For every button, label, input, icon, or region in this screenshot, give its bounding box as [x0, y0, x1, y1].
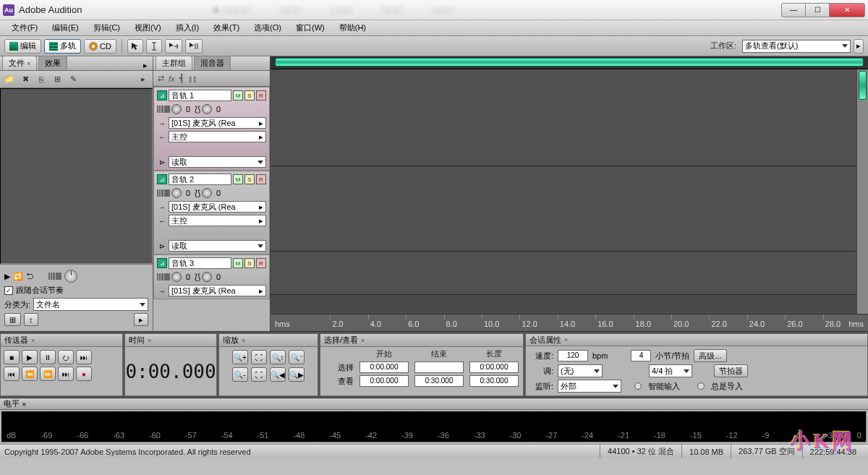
zoom-selection-button[interactable]: ⛶ [251, 367, 267, 382]
menu-insert[interactable]: 插入(I) [169, 20, 206, 35]
preview-volume-dial[interactable] [64, 270, 77, 283]
view-start-input[interactable]: 0:00.000 [359, 375, 409, 387]
zoom-in-v-button[interactable]: 🔍↕ [270, 350, 286, 364]
advanced-button[interactable]: ▸ [134, 313, 148, 326]
record-arm-button[interactable]: R [256, 90, 266, 100]
automation-mode-select[interactable]: 读取 [169, 240, 266, 252]
show-markers-button[interactable]: ⊞ [4, 313, 21, 326]
forward-button[interactable]: ⏩ [40, 367, 56, 381]
mode-cd-button[interactable]: CD [84, 39, 116, 54]
track-name-input[interactable]: 音轨 1 [169, 90, 231, 101]
zoom-out-v-button[interactable]: 🔍⁻ [289, 350, 305, 364]
tool-move[interactable] [127, 39, 143, 54]
tab-main-group[interactable]: 主群组 [156, 56, 192, 70]
timeline[interactable]: hms hms 2.04.06.08.010.012.014.016.018.0… [271, 56, 868, 331]
key-select[interactable]: (无) [558, 364, 603, 377]
track-lane-2[interactable] [271, 166, 868, 252]
tab-effects[interactable]: 效果 [38, 56, 67, 70]
mode-multitrack-button[interactable]: 多轨 [44, 39, 81, 54]
solo-button[interactable]: S [244, 174, 255, 184]
pan-knob[interactable] [202, 272, 212, 282]
workspace-menu-button[interactable]: ▸ [854, 39, 864, 54]
input-select[interactable]: [01S] 麦克风 (Rea▸ [169, 285, 266, 296]
inputs-icon[interactable]: ⇄ [158, 74, 164, 83]
track-lane-1[interactable] [271, 69, 868, 166]
sort-select[interactable]: 文件名 [33, 298, 148, 311]
workspace-select[interactable]: 多轨查看(默认) [742, 40, 851, 53]
tool-scrub[interactable] [185, 39, 203, 54]
options-button[interactable]: ▸ [137, 73, 150, 86]
horizontal-scrollbar[interactable] [271, 56, 868, 69]
record-button[interactable]: ● [76, 367, 92, 381]
menu-view[interactable]: 视图(V) [127, 20, 169, 35]
play-looped-button[interactable]: ⭮ [58, 350, 74, 364]
close-button[interactable]: ✕ [829, 3, 865, 17]
zoom-in-h-button[interactable]: 🔍+ [232, 350, 248, 364]
close-icon[interactable]: × [27, 60, 30, 67]
mute-button[interactable]: M [233, 174, 243, 184]
panel-menu-icon[interactable]: ▸ [140, 61, 150, 70]
track-type-icon[interactable]: ⊿ [157, 90, 167, 100]
insert-multitrack-button[interactable]: ⎘ [35, 73, 48, 86]
rewind-button[interactable]: ⏪ [22, 367, 38, 381]
always-input-radio[interactable] [697, 382, 705, 390]
tab-files[interactable]: 文件× [2, 56, 37, 70]
menu-edit[interactable]: 编辑(E) [45, 20, 86, 35]
solo-button[interactable]: S [244, 258, 255, 268]
go-start-button[interactable]: ⏮ [4, 367, 20, 381]
pause-button[interactable]: ⏸ [40, 350, 56, 364]
close-file-button[interactable]: ✖ [19, 73, 32, 86]
view-end-input[interactable]: 0:30.000 [414, 375, 464, 387]
metronome-button[interactable]: 节拍器 [714, 364, 748, 377]
sel-length-input[interactable]: 0:00.000 [469, 361, 519, 373]
level-meter[interactable]: dB-69-66-63-60-57-54-51-48-45-42-39-36-3… [1, 411, 867, 442]
smart-input-radio[interactable] [634, 382, 642, 390]
sel-end-input[interactable] [414, 361, 464, 373]
record-arm-button[interactable]: R [256, 258, 266, 268]
time-ruler[interactable]: hms hms 2.04.06.08.010.012.014.016.018.0… [271, 314, 868, 331]
preview-autoplay-icon[interactable]: ⮌ [26, 272, 34, 281]
close-icon[interactable]: × [242, 337, 245, 344]
tempo-input[interactable]: 120 [558, 350, 588, 361]
output-select[interactable]: 主控▸ [169, 215, 266, 226]
output-select[interactable]: 主控▸ [169, 131, 266, 142]
menu-help[interactable]: 帮助(H) [332, 20, 373, 35]
zoom-in-left-button[interactable]: 🔍◀ [270, 367, 286, 382]
tool-hybrid[interactable] [165, 39, 182, 54]
close-icon[interactable]: × [22, 400, 26, 408]
menu-effects[interactable]: 效果(T) [206, 20, 247, 35]
close-icon[interactable]: × [31, 337, 35, 344]
menu-window[interactable]: 窗口(W) [289, 20, 332, 35]
mute-button[interactable]: M [233, 258, 243, 268]
track-type-icon[interactable]: ⊿ [157, 258, 167, 268]
input-select[interactable]: [01S] 麦克风 (Rea▸ [169, 201, 266, 213]
maximize-button[interactable]: ☐ [805, 3, 830, 17]
mode-edit-button[interactable]: 编辑 [4, 39, 41, 54]
menu-options[interactable]: 选项(O) [247, 20, 289, 35]
go-end-button[interactable]: ⏭ [58, 367, 74, 381]
preview-play-icon[interactable]: ▶ [4, 272, 10, 281]
record-arm-button[interactable]: R [256, 174, 266, 184]
pan-knob[interactable] [202, 104, 212, 114]
edit-file-button[interactable]: ✎ [67, 73, 80, 86]
close-icon[interactable]: × [148, 337, 151, 344]
sends-icon[interactable]: ┫ [179, 74, 184, 83]
input-select[interactable]: [01S] 麦克风 (Rea▸ [169, 117, 266, 129]
track-lane-3[interactable] [271, 252, 868, 295]
zoom-in-right-button[interactable]: 🔍▶ [289, 367, 305, 382]
files-list[interactable] [0, 88, 153, 264]
track-name-input[interactable]: 音轨 3 [169, 257, 231, 269]
menu-clip[interactable]: 剪辑(C) [86, 20, 127, 35]
stop-button[interactable]: ■ [4, 350, 20, 364]
automation-mode-select[interactable]: 读取 [169, 156, 266, 168]
play-to-end-button[interactable]: ⏭ [76, 350, 92, 364]
track-name-input[interactable]: 音轨 2 [169, 174, 231, 185]
pan-knob[interactable] [202, 188, 212, 198]
follow-tempo-checkbox[interactable]: ✓ [4, 286, 13, 295]
solo-button[interactable]: S [244, 90, 255, 100]
time-display[interactable]: 0:00.000 [125, 347, 216, 395]
eq-icon[interactable]: ⫿⫿ [189, 74, 197, 83]
mute-button[interactable]: M [233, 90, 243, 100]
sel-start-input[interactable]: 0:00.000 [359, 361, 409, 373]
tab-mixer[interactable]: 混音器 [194, 56, 231, 70]
